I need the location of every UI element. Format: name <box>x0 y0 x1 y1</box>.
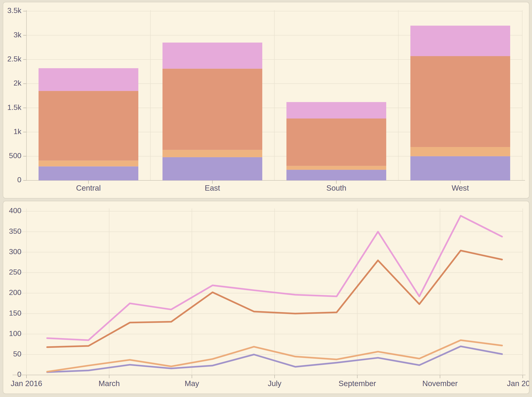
x-axis-tick-label: September <box>339 379 376 388</box>
y-axis-tick-label: 3k <box>13 31 22 39</box>
y-axis-tick-label: 200 <box>9 288 21 297</box>
y-axis-tick-label: 400 <box>9 206 21 215</box>
category-label-south: South <box>326 184 346 192</box>
bar-segment-pink-central[interactable] <box>38 68 138 91</box>
bar-segment-orange-central[interactable] <box>38 91 138 161</box>
bar-segment-pink-west[interactable] <box>410 26 510 56</box>
bar-segment-pink-south[interactable] <box>286 102 386 118</box>
bar-segment-purple-central[interactable] <box>38 167 138 180</box>
bar-segment-tan-central[interactable] <box>38 161 138 166</box>
y-axis-tick-label: 500 <box>9 151 21 160</box>
category-label-central: Central <box>76 184 101 192</box>
bar-chart-panel: 05001k1.5k2k2.5k3k3.5kCentralEastSouthWe… <box>3 2 529 198</box>
x-axis-tick-label: Jan 2017 <box>507 379 529 388</box>
bar-segment-purple-south[interactable] <box>286 170 386 180</box>
y-axis-tick-label: 0 <box>17 175 21 184</box>
x-axis-tick-label: July <box>268 379 282 388</box>
y-axis-tick-label: 250 <box>9 268 21 276</box>
category-label-east: East <box>205 184 220 192</box>
y-axis-tick-label: 3.5k <box>7 6 22 15</box>
bar-segment-orange-west[interactable] <box>410 56 510 147</box>
stacked-bar-chart: 05001k1.5k2k2.5k3k3.5kCentralEastSouthWe… <box>3 2 529 198</box>
y-axis-tick-label: 1k <box>13 127 22 136</box>
bar-segment-pink-east[interactable] <box>163 43 262 69</box>
bar-segment-orange-south[interactable] <box>286 118 386 166</box>
y-axis-tick-label: 1.5k <box>7 103 22 112</box>
category-label-west: West <box>452 184 469 192</box>
line-chart-panel: 050100150200250300350400Jan 2016MarchMay… <box>3 201 529 394</box>
y-axis-tick-label: 50 <box>13 350 21 358</box>
x-axis-tick-label: March <box>98 379 120 388</box>
y-axis-tick-label: 350 <box>9 227 21 235</box>
monthly-line-chart: 050100150200250300350400Jan 2016MarchMay… <box>3 201 529 394</box>
bar-segment-purple-west[interactable] <box>410 156 510 180</box>
x-axis-tick-label: May <box>184 379 199 388</box>
bar-segment-orange-east[interactable] <box>163 69 262 150</box>
x-axis-tick-label: November <box>422 379 458 388</box>
bar-segment-tan-east[interactable] <box>163 150 262 157</box>
y-axis-tick-label: 100 <box>9 329 21 338</box>
y-axis-tick-label: 2k <box>13 79 22 87</box>
bar-segment-purple-east[interactable] <box>163 157 262 180</box>
y-axis-tick-label: 300 <box>9 248 21 256</box>
x-axis-tick-label: Jan 2016 <box>11 379 42 388</box>
y-axis-tick-label: 0 <box>17 370 21 378</box>
bar-segment-tan-west[interactable] <box>410 147 510 156</box>
y-axis-tick-label: 2.5k <box>7 55 22 63</box>
bar-segment-tan-south[interactable] <box>286 166 386 170</box>
y-axis-tick-label: 150 <box>9 309 21 317</box>
